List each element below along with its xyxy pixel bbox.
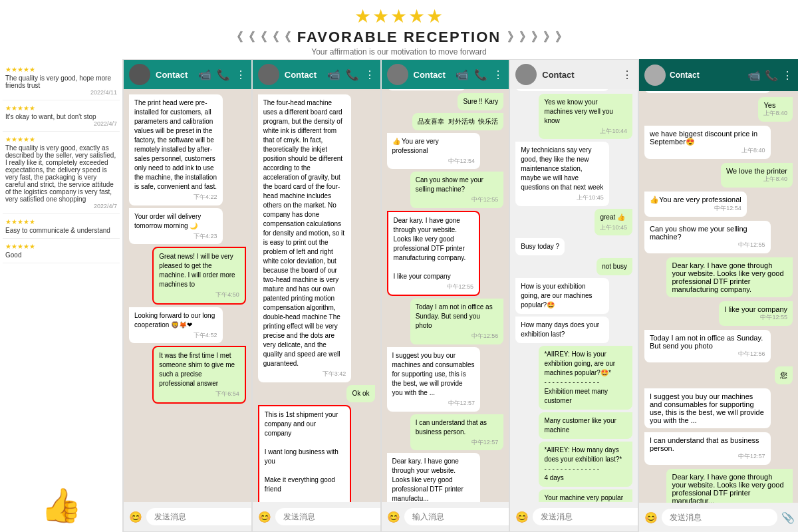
section-title: FAVORABLE RECEPTION [297,29,501,46]
message-5: 品友喜幸 对外活动 快乐活 [412,113,503,130]
message-6: 👍 You are very professional 中午12:54 [387,133,481,170]
panel4-message-11: How is your exhibition going, are our ma… [515,278,609,314]
right-more-icon[interactable]: ⋮ [782,69,793,82]
message-1: Ok ok [346,385,374,402]
right-message-3: Do you have plan to order DTF machine re… [644,91,771,93]
more-icon-3[interactable]: ⋮ [493,68,503,81]
right-panel-header: Contact 📹 📞 ⋮ [639,59,798,91]
panel4-time-8: 上午10:45 [600,223,627,232]
message-12: Dear kary. I have gone through your webs… [387,453,481,502]
chat-input-bar-1: 😊 📎 📷 🎤 [124,502,251,531]
header-icons-1: 📹 📞 ⋮ [198,68,246,81]
message-text-2: Great news! I will be very pleased to ge… [159,252,239,289]
review-stars-2: ★★★★★ [5,136,117,143]
right-avatar [644,65,666,86]
more-icon-4[interactable]: ⋮ [622,68,632,81]
header-icons-4: ⋮ [622,68,632,81]
message-0: The print head were pre-installed for cu… [129,94,223,205]
chat-input-4[interactable] [533,508,638,525]
right-time-6: 上午8:40 [726,175,787,184]
right-time-4: 上午8:40 [763,109,787,118]
right-chat-input[interactable] [662,509,777,526]
video-icon-3[interactable]: 📹 [456,68,469,81]
emoji-button-2[interactable]: 😊 [258,511,271,523]
panel4-message-7: My technicians say very good, they like … [515,142,609,206]
star-rating: ★★★★★ [0,5,798,27]
contact-name-4: Contact [542,70,616,80]
right-emoji-button[interactable]: 😊 [644,511,658,524]
chat-header-4: Contact ⋮ [510,60,638,89]
chat4-messages: 今天 dear 上午10:39 is everything going well… [510,89,638,502]
message-text-10: I suggest you buy our machines and consu… [392,351,475,398]
review-text-1: It's okay to want, but don't stop [5,113,117,120]
right-text-13: I suggest you buy our machines and consu… [650,392,765,424]
right-text-4: Yes [763,101,787,109]
call-icon-3[interactable]: 📞 [474,68,487,81]
chat-input-2[interactable] [275,508,381,525]
video-icon-2[interactable]: 📹 [327,68,340,81]
review-stars-3: ★★★★★ [5,218,117,225]
panel4-message-5: is the machine working well ? 上午10:44 [515,89,609,91]
review-text-2: The quality is very good, exactly as des… [5,144,117,203]
contact-name-2: Contact [285,70,322,80]
message-text-4: Sure !! Kary [463,97,498,106]
right-text-5: we have biggest discount price in Septem… [650,130,765,146]
message-11: I can understand that as business person… [410,414,504,451]
review-item-0: ★★★★★ The quality is very good, hope mor… [3,62,120,100]
panel4-text-15: *AlIREY: How many days does your exhibit… [544,446,627,483]
review-date-2: 2022/4/7 [5,203,117,209]
right-message-6: We love the printer 上午8:40 [721,163,793,188]
chat-input-1[interactable] [146,508,252,525]
chat-panel-3: Contact 📹 📞 ⋮ Ok ok This is 1st shipment… [381,59,510,532]
panel4-text-7: My technicians say very good, they like … [521,146,604,192]
panel4-message-15: *AlIREY: How many days does your exhibit… [539,442,632,487]
message-text-11: I can understand that as business person… [416,418,499,437]
chat-header-3: Contact 📹 📞 ⋮ [382,60,509,89]
right-message-4: Yes 上午8:40 [758,97,793,122]
emoji-button-1[interactable]: 😊 [129,511,142,523]
panel4-text-10: not busy [602,262,627,271]
review-item-1: ★★★★★ It's okay to want, but don't stop … [3,100,120,132]
chat-header-2: Contact 📹 📞 ⋮ [253,60,380,89]
message-9: Today I am not in office as Sunday. But … [410,299,504,344]
message-7: Can you show me your selling machine? 中午… [410,172,504,208]
call-icon-2[interactable]: 📞 [346,68,359,81]
right-video-icon[interactable]: 📹 [747,69,761,82]
emoji-button-3[interactable]: 😊 [387,511,400,523]
header-icons-2: 📹 📞 ⋮ [327,68,375,81]
chat2-messages: The four-head machine uses a different b… [253,89,380,502]
panel4-message-8: great 👍 上午10:45 [595,209,632,236]
thumbs-badge-area: 👍 [0,479,122,532]
header: ★★★★★ 《《《《《 FAVORABLE RECEPTION 》》》》》 Yo… [0,0,798,59]
message-time-7: 中午12:55 [416,196,499,204]
message-3: Looking forward to our long cooperation … [129,307,223,344]
panel4-message-6: Yes we know your machines very well you … [539,94,632,140]
right-message-11: Today I am not in office as Sunday. But … [644,330,771,362]
review-text-3: Easy to communicate & understand [5,227,117,234]
thumbs-up-icon: 👍 [41,486,82,525]
right-attach-button[interactable]: 📎 [781,511,795,524]
chat-input-bar-2: 😊 📎 📷 🎤 [253,502,380,531]
call-icon[interactable]: 📞 [217,68,230,81]
emoji-button-4[interactable]: 😊 [515,511,529,523]
review-stars-4: ★★★★★ [5,243,117,250]
contact-name-1: Contact [156,70,193,80]
right-time-7: 中午12:54 [650,204,741,213]
message-text-7: Can you show me your selling machine? [416,176,499,194]
right-time-5: 上午8:40 [650,146,765,155]
right-message-12: 您 [775,366,793,384]
panel4-text-6: Yes we know your machines very well you … [544,98,627,126]
right-call-icon[interactable]: 📞 [765,69,778,82]
message-time-4: 下午6:54 [159,390,239,398]
more-icon-2[interactable]: ⋮ [364,68,375,81]
avatar-3 [387,64,408,85]
more-icon[interactable]: ⋮ [235,68,246,81]
message-text-3: Looking forward to our long cooperation … [134,311,217,330]
chat-input-3[interactable] [404,508,510,525]
message-time-3: 下午4:52 [134,331,217,340]
right-input-bar: 😊 📎 📷 ➤ [639,503,798,532]
video-icon[interactable]: 📹 [198,68,211,81]
message-text-8: Dear kary. I have gone through your webs… [394,216,474,281]
right-time-11: 中午12:56 [650,350,765,358]
review-date-0: 2022/4/11 [5,89,117,96]
